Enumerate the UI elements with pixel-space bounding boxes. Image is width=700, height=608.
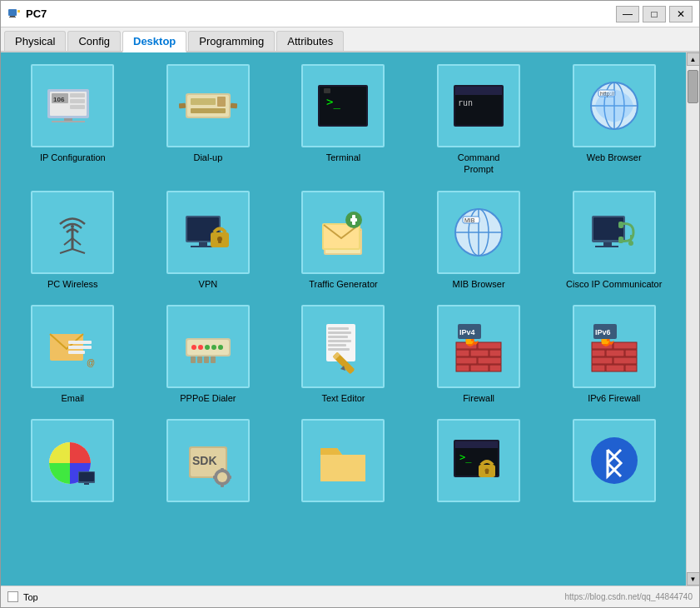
svg-rect-84	[204, 356, 209, 363]
ipv6-firewall-icon-box: IPv6	[573, 305, 656, 388]
folder-icon	[314, 431, 372, 490]
svg-rect-99	[456, 350, 469, 356]
web-browser-icon-box: http://	[573, 64, 656, 147]
top-checkbox[interactable]	[7, 591, 18, 602]
pc-wireless-icon-box	[31, 191, 114, 274]
svg-rect-115	[592, 357, 613, 364]
ip-config-icon: 106	[43, 77, 102, 135]
svg-rect-91	[328, 344, 346, 346]
svg-text:>_: >_	[459, 451, 472, 463]
app-bluetooth[interactable]	[550, 416, 678, 510]
app-sdk[interactable]: SDK	[145, 416, 272, 510]
pc-wireless-icon	[43, 203, 102, 262]
window-icon	[7, 7, 21, 21]
sdk-icon: SDK	[179, 431, 237, 490]
svg-rect-102	[456, 357, 477, 364]
app-ip-configuration[interactable]: 106 IP Configuration	[9, 61, 137, 179]
svg-text:IPv6: IPv6	[595, 328, 611, 336]
svg-rect-17	[191, 108, 226, 113]
app-traffic-generator[interactable]: Traffic Generator	[280, 187, 407, 293]
svg-rect-73	[68, 351, 85, 354]
scroll-thumb[interactable]	[688, 70, 698, 103]
web-browser-label: Web Browser	[587, 152, 642, 163]
app-command-prompt[interactable]: run Command Prompt	[415, 61, 543, 179]
tab-config[interactable]: Config	[67, 31, 121, 51]
app-terminal-lock[interactable]: >_	[415, 416, 543, 510]
tab-physical[interactable]: Physical	[4, 31, 66, 51]
svg-rect-3	[17, 10, 20, 12]
app-pppoe-dialer[interactable]: PPPoE Dialer	[145, 302, 272, 407]
app-pc-wireless[interactable]: PC Wireless	[9, 187, 137, 293]
app-terminal[interactable]: >_ Terminal	[280, 61, 407, 179]
svg-rect-112	[592, 350, 605, 356]
command-prompt-icon-box: run	[437, 64, 520, 147]
app-folder[interactable]	[280, 416, 407, 510]
svg-rect-83	[197, 356, 202, 363]
folder-icon-box	[301, 419, 385, 502]
svg-point-77	[191, 345, 196, 350]
pc-wireless-label: PC Wireless	[47, 278, 98, 290]
svg-rect-23	[324, 88, 330, 93]
traffic-generator-label: Traffic Generator	[309, 278, 378, 290]
svg-rect-124	[79, 472, 94, 481]
svg-rect-18	[179, 103, 186, 109]
app-text-editor[interactable]: Text Editor	[280, 302, 407, 407]
svg-line-36	[60, 249, 72, 253]
bluetooth-icon-box	[573, 419, 656, 502]
app-vpn[interactable]: VPN	[145, 187, 272, 293]
svg-rect-67	[618, 237, 623, 243]
app-dialup[interactable]: Dial-up	[145, 61, 272, 179]
cisco-ip-comm-icon	[585, 203, 643, 262]
app-web-browser[interactable]: http:// Web Browser	[550, 61, 678, 179]
svg-rect-9	[70, 99, 85, 103]
svg-rect-72	[68, 346, 92, 349]
app-mib-browser[interactable]: MIB MIB Browser	[415, 187, 543, 293]
svg-point-130	[217, 472, 227, 482]
pie-chart-icon	[43, 431, 102, 490]
pie-chart-icon-box	[31, 419, 114, 502]
title-bar-controls: — □ ✕	[616, 6, 693, 22]
text-editor-label: Text Editor	[322, 392, 365, 404]
top-label: Top	[23, 592, 38, 602]
svg-point-81	[218, 345, 223, 350]
svg-rect-118	[606, 365, 624, 371]
svg-rect-103	[478, 357, 501, 364]
ipv6-firewall-icon: IPv6	[585, 317, 643, 376]
terminal-label: Terminal	[326, 152, 361, 163]
app-ipv6-firewall[interactable]: IPv6 IPv6 Firewall	[550, 302, 678, 407]
svg-rect-27	[455, 87, 502, 95]
svg-rect-98	[478, 342, 501, 349]
svg-rect-131	[221, 468, 224, 471]
email-icon-box: @	[31, 305, 114, 388]
maximize-button[interactable]: □	[643, 6, 666, 22]
svg-rect-113	[606, 350, 624, 356]
tab-programming[interactable]: Programming	[188, 31, 275, 51]
svg-rect-117	[592, 365, 605, 371]
scroll-up-button[interactable]: ▲	[687, 52, 700, 66]
svg-rect-8	[70, 93, 85, 97]
scroll-track	[687, 66, 699, 572]
svg-text:SDK: SDK	[192, 454, 217, 467]
app-email[interactable]: @ Email	[9, 302, 137, 407]
tab-attributes[interactable]: Attributes	[276, 31, 344, 51]
svg-line-37	[72, 249, 85, 253]
close-button[interactable]: ✕	[669, 6, 693, 22]
ip-config-label: IP Configuration	[40, 152, 106, 163]
terminal-lock-icon: >_	[449, 431, 508, 490]
svg-point-40	[71, 225, 74, 228]
app-pie-chart[interactable]	[9, 416, 137, 510]
svg-rect-10	[70, 105, 85, 109]
vertical-scrollbar[interactable]: ▲ ▼	[686, 52, 699, 586]
app-firewall[interactable]: IPv4 Firewall	[415, 302, 543, 407]
app-cisco-ip-communicator[interactable]: Cisco IP Communicator	[550, 187, 678, 293]
tab-bar: Physical Config Desktop Programming Attr…	[1, 27, 699, 52]
tab-desktop[interactable]: Desktop	[122, 31, 186, 52]
minimize-button[interactable]: —	[616, 6, 639, 22]
svg-text:@: @	[87, 358, 95, 367]
scroll-down-button[interactable]: ▼	[687, 572, 700, 586]
mib-browser-icon: MIB	[449, 203, 508, 262]
svg-rect-85	[211, 356, 216, 363]
mib-browser-label: MIB Browser	[453, 278, 505, 290]
firewall-label: Firewall	[463, 392, 494, 404]
firewall-icon: IPv4	[449, 317, 508, 376]
